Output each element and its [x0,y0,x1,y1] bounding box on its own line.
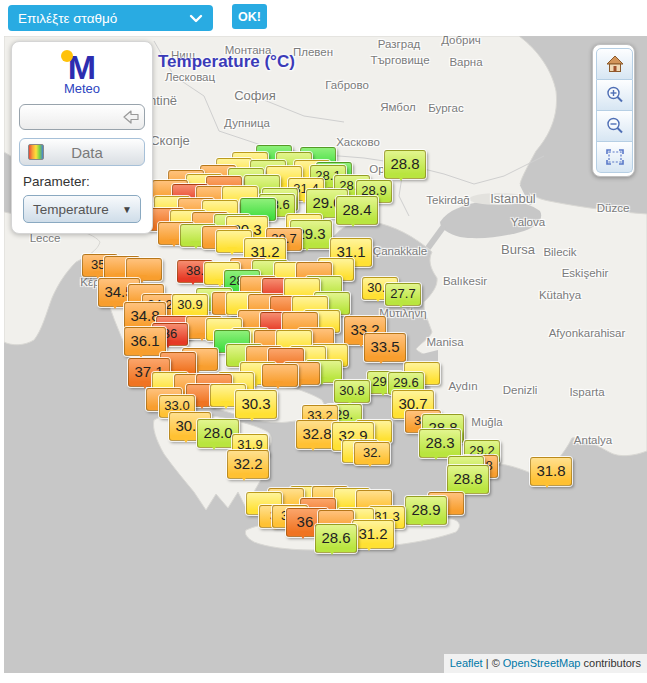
city-label: Bilecik [543,246,576,258]
station-select-value: Επιλέξτε σταθμό [18,11,117,26]
temperature-marker[interactable] [262,364,298,387]
box-zoom-icon [605,147,625,167]
station-select[interactable]: Επιλέξτε σταθμό [8,5,213,31]
temperature-marker[interactable]: 28.4 [336,196,378,225]
temperature-marker[interactable]: 33.5 [364,333,406,362]
city-label: Aydın [448,380,477,392]
logo-dot [61,50,73,62]
city-label: Хасково [336,136,380,148]
temperature-marker[interactable]: 28.3 [419,429,461,458]
city-label: Isparta [569,386,604,398]
rainbow-palette-icon [28,144,44,160]
meteo-control-panel: M Meteo Data Parameter: Temperature ▼ [11,41,153,234]
city-label: Плевен [293,46,333,58]
city-label: Yalova [511,216,545,228]
dropdown-arrow-icon: ▼ [122,204,132,215]
temperature-marker[interactable]: 30.8 [334,380,370,403]
city-label: Скопје [150,133,190,148]
city-label: Antalya [574,434,612,446]
home-icon [605,54,625,74]
temperature-marker[interactable]: 36.1 [124,327,166,356]
city-label: Eskişehir [562,267,609,279]
city-label: Габрово [325,79,369,91]
city-label: Çanakkale [373,245,427,257]
top-bar: Επιλέξτε σταθμό OK! [0,0,647,36]
city-label: Tekirdağ [426,194,469,206]
attribution-separator: | © [483,657,503,669]
city-label: Balıkesir [443,275,487,287]
openstreetmap-link[interactable]: OpenStreetMap [503,657,581,669]
city-label: Ямбол [380,101,416,113]
city-label: Kütahya [539,289,581,301]
ok-button[interactable]: OK! [232,4,267,29]
city-label: htinë [149,93,177,108]
temperature-marker[interactable]: 31.2 [352,520,394,549]
temperature-marker[interactable]: 28.8 [447,465,489,494]
temperature-marker[interactable]: 32. [354,442,390,465]
zoom-in-icon [605,85,625,105]
map-controls [592,44,635,177]
city-label: Бургас [428,102,463,114]
temperature-marker[interactable]: 27.7 [385,283,421,306]
box-zoom-button[interactable] [596,142,633,173]
data-accordion-body: Parameter: Temperature ▼ [19,166,145,225]
temperature-marker[interactable]: 28.9 [405,496,447,525]
temperature-marker[interactable]: 31.8 [530,457,572,486]
map-title: Temperature (°C) [158,52,295,72]
temperature-marker[interactable]: 28.6 [315,524,357,553]
city-label: Istanbul [490,191,536,206]
city-label: Разград [378,38,421,50]
city-label: Bursa [501,242,535,257]
submit-arrow-icon[interactable] [122,109,140,125]
parameter-label: Parameter: [23,174,141,189]
city-label: Търговище [370,54,429,66]
temperature-marker[interactable]: 30.9 [172,294,208,317]
city-label: Denizli [503,384,538,396]
temperature-marker[interactable]: 28.8 [384,150,426,179]
city-label: Afyonkarahisar [549,327,626,339]
temperature-marker[interactable]: 32.2 [227,450,269,479]
parameter-select-value: Temperature [33,202,122,217]
data-accordion: Data Parameter: Temperature ▼ [19,138,145,225]
data-accordion-label: Data [44,144,130,161]
zoom-in-button[interactable] [596,80,633,111]
city-label: Manisa [426,336,463,348]
chevron-down-icon [189,14,203,23]
parameter-select[interactable]: Temperature ▼ [23,195,141,223]
meteo-logo: M Meteo [17,48,147,102]
home-button[interactable] [596,48,633,80]
temperature-marker[interactable]: 30.3 [235,390,277,419]
zoom-out-button[interactable] [596,111,633,142]
city-label: Muğla [471,416,502,428]
logo-wordmark: Meteo [17,81,147,96]
zoom-out-icon [605,116,625,136]
city-label: Варна [449,56,482,68]
city-label: Добрич [441,36,481,46]
station-search-field[interactable] [19,104,145,130]
leaflet-link[interactable]: Leaflet [450,657,483,669]
attribution: Leaflet | © OpenStreetMap contributors [444,654,647,673]
city-label: Дупница [224,117,270,129]
city-label: Лесковац [165,71,215,83]
data-accordion-header[interactable]: Data [19,138,145,166]
city-label: Düzce [597,202,630,214]
station-search-input[interactable] [25,107,122,127]
attribution-suffix: contributors [580,657,641,669]
city-label: София [234,88,276,103]
